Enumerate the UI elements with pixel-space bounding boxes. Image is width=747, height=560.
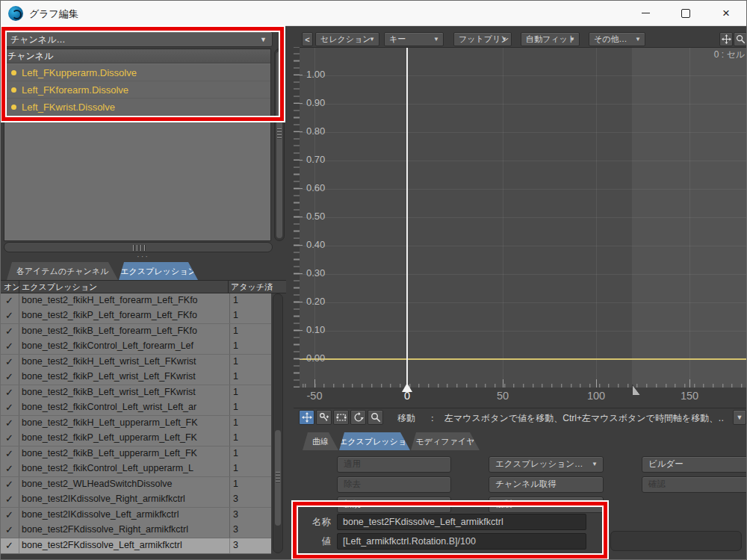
attached-count: 1 — [233, 463, 238, 473]
chevron-down-icon: ▼ — [569, 33, 575, 46]
expression-row[interactable]: ✓bone_test2FKdissolve_Right_armikfkctrl3 — [1, 523, 271, 538]
channel-bin[interactable]: チャンネル Left_FKupperarm.DissolveLeft_FKfor… — [4, 49, 271, 241]
chevron-down-icon: ▼ — [501, 33, 507, 46]
attached-count: 1 — [233, 340, 238, 351]
panel-splitter[interactable] — [4, 242, 273, 252]
name-input[interactable]: bone_test2FKdissolve_Left_armikfkctrl — [337, 514, 586, 530]
expression-table: ✓bone_test2_fkikH_Left_forearm_Left_FKfo… — [1, 293, 271, 554]
graph-menu-2[interactable]: キー▼ — [384, 32, 444, 46]
graph-menu-5[interactable]: その他…▼ — [589, 32, 645, 46]
zoom-tool-button[interactable] — [368, 410, 383, 425]
checkmark-icon[interactable]: ✓ — [5, 432, 13, 444]
expression-row[interactable]: ✓bone_test2_fkikP_Left_forearm_Left_FKfo… — [1, 308, 271, 324]
tab-modifiers[interactable]: モディファイヤ — [411, 432, 480, 450]
channel-list-item[interactable]: Left_FKwrist.Dissolve — [4, 99, 270, 116]
attached-count: 3 — [233, 494, 238, 504]
attached-count: 1 — [233, 326, 238, 336]
expression-row[interactable]: ✓bone_test2_fkikH_Left_forearm_Left_FKfo… — [1, 293, 271, 309]
expression-row[interactable]: ✓bone_test2_fkikB_Left_upperarm_Left_FK1 — [1, 447, 271, 462]
chevron-down-icon: ▼ — [369, 33, 375, 46]
channel-dropdown[interactable]: チャンネル… ▼ — [4, 31, 273, 47]
value-input[interactable]: [Left_armikfkctrl.Rotation.B]/100 — [337, 533, 586, 550]
builder-button[interactable]: ビルダー — [642, 456, 747, 473]
scrollbar-thumb[interactable] — [276, 52, 282, 238]
confirm-button[interactable]: 確認 — [642, 476, 747, 493]
get-channel-button[interactable]: チャンネル取得 — [489, 476, 604, 493]
checkmark-icon[interactable]: ✓ — [5, 494, 13, 505]
checkmark-icon[interactable]: ✓ — [5, 295, 13, 306]
pan-view-button[interactable] — [719, 32, 733, 46]
checkmark-icon[interactable]: ✓ — [5, 356, 13, 367]
tab-expressions[interactable]: エクスプレッション — [119, 262, 198, 280]
tab-curves[interactable]: 曲線 — [303, 432, 338, 450]
checkmark-icon[interactable]: ✓ — [5, 387, 13, 398]
expression-row[interactable]: ✓bone_test2_WLHeadSwitchDissolve1 — [1, 477, 271, 493]
channel-dot-icon — [11, 70, 16, 75]
add-key-tool-button[interactable] — [316, 410, 332, 425]
expression-name: bone_test2_fkikP_Left_wrist_Left_FKwrist — [22, 371, 228, 382]
checkmark-icon[interactable]: ✓ — [5, 448, 13, 459]
status-menu-button[interactable]: ▼ — [733, 410, 746, 425]
checkmark-icon[interactable]: ✓ — [5, 371, 13, 382]
graph-menu-1[interactable]: セレクション▼ — [315, 32, 379, 46]
expression-row[interactable]: ✓bone_test2_fkikControl_Left_upperarm_L1 — [1, 461, 271, 477]
attached-count: 1 — [233, 310, 238, 320]
expression-row[interactable]: ✓bone_test2_fkikB_Left_wrist_Left_FKwris… — [1, 385, 271, 401]
attached-count: 1 — [233, 448, 238, 458]
expression-row[interactable]: ✓bone_test2IKdissolve_Right_armikfkctrl3 — [1, 492, 271, 508]
remove-button[interactable]: 除去 — [337, 476, 451, 493]
expression-menu-button[interactable]: エクスプレッション… ▼ — [489, 456, 604, 473]
checkmark-icon[interactable]: ✓ — [5, 310, 13, 321]
chevron-down-icon: ▼ — [635, 33, 641, 46]
expression-row[interactable]: ✓bone_test2_fkikControl_Left_wrist_Left_… — [1, 400, 271, 416]
expression-row[interactable]: ✓bone_test2_fkikControl_Left_forearm_Lef… — [1, 339, 271, 355]
checkmark-icon[interactable]: ✓ — [5, 524, 13, 535]
expression-row[interactable]: ✓bone_test2_fkikP_Left_wrist_Left_FKwris… — [1, 370, 271, 385]
close-button[interactable]: × — [709, 1, 743, 25]
checkmark-icon[interactable]: ✓ — [5, 463, 13, 474]
checkmark-icon[interactable]: ✓ — [5, 540, 13, 551]
scrollbar-thumb[interactable] — [275, 430, 281, 526]
checkmark-icon[interactable]: ✓ — [5, 340, 13, 352]
checkmark-icon[interactable]: ✓ — [5, 479, 13, 490]
expression-row[interactable]: ✓bone_test2_fkikB_Left_forearm_Left_FKfo… — [1, 324, 271, 340]
attached-count: 1 — [233, 402, 238, 412]
key-plus-icon — [319, 412, 329, 423]
channel-dropdown-label: チャンネル… — [10, 34, 65, 45]
duplicate-button[interactable]: 複製 — [489, 497, 604, 513]
graph-menu-4[interactable]: 自動フィット▼ — [521, 32, 580, 46]
x-axis-label: -50 — [296, 390, 333, 402]
zoom-view-button[interactable] — [734, 32, 747, 46]
tab-expression[interactable]: エクスプレッション — [339, 432, 410, 450]
checkmark-icon[interactable]: ✓ — [5, 326, 13, 337]
expression-row[interactable]: ✓bone_test2_fkikH_Left_wrist_Left_FKwris… — [1, 355, 271, 370]
dashed-box-icon — [336, 412, 347, 423]
splitter-dots[interactable]: ··· — [137, 252, 149, 261]
new-button[interactable]: 新規 — [337, 497, 451, 513]
curve-line[interactable] — [300, 358, 747, 360]
checkmark-icon[interactable]: ✓ — [5, 509, 13, 520]
minimize-button[interactable] — [628, 1, 663, 25]
channel-list-item[interactable]: Left_FKforearm.Dissolve — [4, 81, 270, 99]
checkmark-icon[interactable]: ✓ — [5, 417, 13, 429]
back-button[interactable]: < — [302, 32, 313, 46]
stretch-tool-button[interactable] — [333, 410, 349, 425]
tab-item-channels[interactable]: 各アイテムのチャンネル — [7, 262, 118, 280]
checkmark-icon[interactable]: ✓ — [5, 402, 13, 413]
expression-table-scrollbar[interactable] — [273, 293, 283, 553]
roll-tool-button[interactable] — [350, 410, 366, 425]
channel-bin-scrollbar[interactable] — [274, 49, 285, 241]
graph-canvas[interactable] — [300, 47, 747, 388]
playhead-line[interactable] — [406, 48, 408, 388]
apply-button[interactable]: 適用 — [337, 456, 451, 473]
maximize-button[interactable] — [669, 1, 703, 25]
expression-row[interactable]: ✓bone_test2FKdissolve_Left_armikfkctrl3 — [1, 538, 271, 554]
expression-row[interactable]: ✓bone_test2IKdissolve_Left_armikfkctrl3 — [1, 508, 271, 523]
expression-row[interactable]: ✓bone_test2_fkikP_Left_upperarm_Left_FK1 — [1, 431, 271, 447]
empty-field[interactable] — [610, 531, 742, 551]
expression-row[interactable]: ✓bone_test2_fkikH_Left_upperarm_Left_FK1 — [1, 416, 271, 432]
move-tool-button[interactable] — [299, 410, 314, 425]
channel-list-item[interactable]: Left_FKupperarm.Dissolve — [4, 64, 270, 81]
range-end-marker[interactable] — [632, 385, 642, 396]
graph-menu-3[interactable]: フットプリント▼ — [453, 32, 512, 46]
